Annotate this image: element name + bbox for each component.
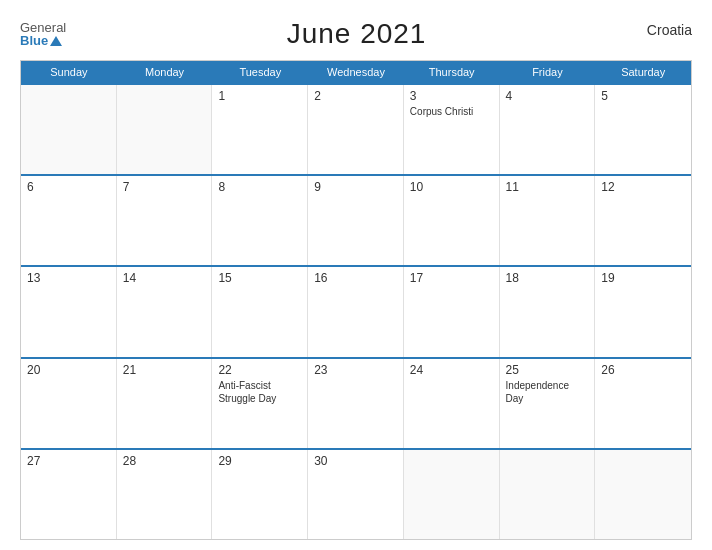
day-cell-12: 12 (595, 176, 691, 265)
day-cell-16: 16 (308, 267, 404, 356)
day-number: 15 (218, 271, 301, 285)
day-number: 16 (314, 271, 397, 285)
day-number: 29 (218, 454, 301, 468)
day-cell-4: 4 (500, 85, 596, 174)
day-cell-14: 14 (117, 267, 213, 356)
day-number: 18 (506, 271, 589, 285)
day-cell-15: 15 (212, 267, 308, 356)
day-number: 23 (314, 363, 397, 377)
day-cell-19: 19 (595, 267, 691, 356)
day-number: 22 (218, 363, 301, 377)
day-number: 7 (123, 180, 206, 194)
header-friday: Friday (500, 61, 596, 83)
day-number: 8 (218, 180, 301, 194)
day-number: 3 (410, 89, 493, 103)
day-number: 13 (27, 271, 110, 285)
day-number: 5 (601, 89, 685, 103)
day-cell-25: 25 Independence Day (500, 359, 596, 448)
day-number: 1 (218, 89, 301, 103)
day-cell-23: 23 (308, 359, 404, 448)
logo-triangle-icon (50, 36, 62, 46)
header-tuesday: Tuesday (212, 61, 308, 83)
day-cell-28: 28 (117, 450, 213, 539)
country-label: Croatia (647, 22, 692, 38)
day-cell-empty (117, 85, 213, 174)
day-cell-empty (595, 450, 691, 539)
day-cell-empty (404, 450, 500, 539)
day-cell-6: 6 (21, 176, 117, 265)
header-saturday: Saturday (595, 61, 691, 83)
day-headers-row: Sunday Monday Tuesday Wednesday Thursday… (21, 61, 691, 83)
day-cell-8: 8 (212, 176, 308, 265)
day-cell-5: 5 (595, 85, 691, 174)
day-number: 21 (123, 363, 206, 377)
day-cell-21: 21 (117, 359, 213, 448)
day-cell-1: 1 (212, 85, 308, 174)
day-number: 17 (410, 271, 493, 285)
header-thursday: Thursday (404, 61, 500, 83)
day-cell-empty (500, 450, 596, 539)
day-cell-22: 22 Anti-FascistStruggle Day (212, 359, 308, 448)
day-cell-30: 30 (308, 450, 404, 539)
day-cell-18: 18 (500, 267, 596, 356)
day-cell-11: 11 (500, 176, 596, 265)
logo-blue-text: Blue (20, 34, 48, 47)
day-cell-empty (21, 85, 117, 174)
day-cell-20: 20 (21, 359, 117, 448)
day-event: Corpus Christi (410, 105, 493, 118)
day-cell-3: 3 Corpus Christi (404, 85, 500, 174)
day-number: 10 (410, 180, 493, 194)
weeks-container: 1 2 3 Corpus Christi 4 5 6 (21, 83, 691, 539)
day-number: 27 (27, 454, 110, 468)
week-row-3: 13 14 15 16 17 18 19 (21, 265, 691, 356)
day-number: 11 (506, 180, 589, 194)
day-number: 25 (506, 363, 589, 377)
day-number: 14 (123, 271, 206, 285)
day-cell-9: 9 (308, 176, 404, 265)
day-cell-2: 2 (308, 85, 404, 174)
week-row-5: 27 28 29 30 (21, 448, 691, 539)
header: General Blue June 2021 Croatia (20, 18, 692, 50)
day-number: 19 (601, 271, 685, 285)
day-cell-29: 29 (212, 450, 308, 539)
header-sunday: Sunday (21, 61, 117, 83)
day-number: 12 (601, 180, 685, 194)
day-event: Independence Day (506, 379, 589, 405)
day-number: 26 (601, 363, 685, 377)
day-number: 6 (27, 180, 110, 194)
day-cell-27: 27 (21, 450, 117, 539)
day-cell-10: 10 (404, 176, 500, 265)
day-number: 30 (314, 454, 397, 468)
day-cell-24: 24 (404, 359, 500, 448)
day-cell-17: 17 (404, 267, 500, 356)
day-cell-13: 13 (21, 267, 117, 356)
calendar-title: June 2021 (287, 18, 427, 50)
day-number: 20 (27, 363, 110, 377)
logo: General Blue (20, 21, 66, 47)
page: General Blue June 2021 Croatia Sunday Mo… (0, 0, 712, 550)
calendar-grid: Sunday Monday Tuesday Wednesday Thursday… (20, 60, 692, 540)
day-cell-26: 26 (595, 359, 691, 448)
day-event: Anti-FascistStruggle Day (218, 379, 301, 405)
day-number: 28 (123, 454, 206, 468)
day-number: 24 (410, 363, 493, 377)
day-number: 9 (314, 180, 397, 194)
header-wednesday: Wednesday (308, 61, 404, 83)
day-cell-7: 7 (117, 176, 213, 265)
header-monday: Monday (117, 61, 213, 83)
day-number: 2 (314, 89, 397, 103)
day-number: 4 (506, 89, 589, 103)
week-row-4: 20 21 22 Anti-FascistStruggle Day 23 24 … (21, 357, 691, 448)
week-row-2: 6 7 8 9 10 11 12 (21, 174, 691, 265)
week-row-1: 1 2 3 Corpus Christi 4 5 (21, 83, 691, 174)
